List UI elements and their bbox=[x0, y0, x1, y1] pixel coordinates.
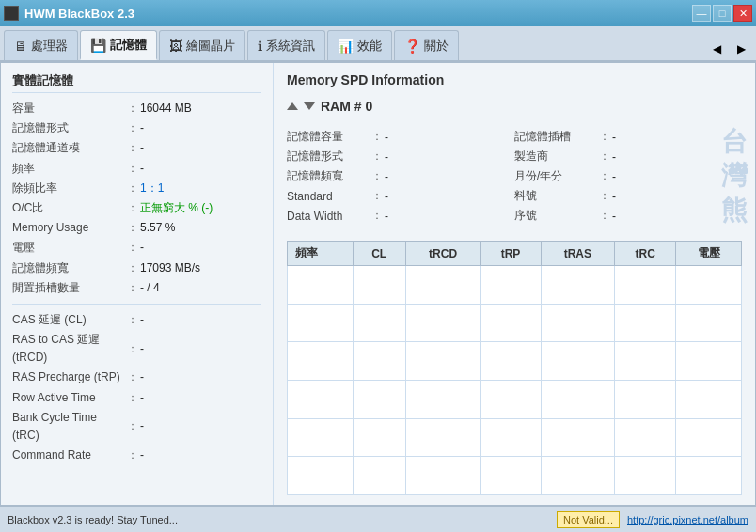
physical-memory-row: Memory Usage ： 5.57 % bbox=[12, 218, 261, 238]
title-bar-left: HWM BlackBox 2.3 bbox=[4, 6, 134, 21]
spd-title: Memory SPD Information bbox=[287, 72, 742, 87]
table-cell bbox=[676, 457, 742, 495]
spd-label: 月份/年分 bbox=[514, 168, 599, 184]
timing-sep: ： bbox=[125, 340, 140, 358]
spd-info-row: Data Width ： - bbox=[287, 206, 514, 226]
spd-info-row: 月份/年分 ： - bbox=[514, 166, 742, 186]
spd-value: - bbox=[385, 210, 388, 223]
spd-info-row: Standard ： - bbox=[287, 186, 514, 206]
timing-sep: ： bbox=[125, 368, 140, 386]
extra-icon-2[interactable]: ▶ bbox=[730, 38, 752, 60]
table-cell bbox=[615, 418, 676, 457]
tab-icon-system: ℹ bbox=[258, 39, 262, 54]
table-cell bbox=[353, 418, 405, 457]
col-header-頻率: 頻率 bbox=[288, 242, 354, 266]
table-row bbox=[288, 380, 742, 418]
info-label: 記憶體形式 bbox=[12, 119, 125, 137]
timing-row: CAS 延遲 (CL) ： - bbox=[12, 310, 261, 330]
physical-memory-row: O/C比 ： 正無窮大 % (-) bbox=[12, 198, 261, 218]
table-cell bbox=[288, 342, 354, 381]
table-cell bbox=[353, 304, 405, 342]
table-cell bbox=[541, 266, 615, 305]
table-cell bbox=[541, 457, 615, 495]
extra-icon-1[interactable]: ◀ bbox=[705, 38, 728, 60]
info-label: 記憶體通道模 bbox=[12, 139, 125, 157]
spd-value: - bbox=[612, 170, 616, 183]
table-row bbox=[288, 266, 742, 305]
table-cell bbox=[541, 342, 615, 381]
tab-about[interactable]: ❓關於 bbox=[394, 30, 459, 60]
tab-label-memory: 記憶體 bbox=[110, 37, 147, 54]
timing-label: RAS to CAS 延遲 (tRCD) bbox=[12, 331, 125, 367]
divider-1 bbox=[12, 304, 261, 305]
table-cell bbox=[676, 342, 742, 381]
spd-label: 序號 bbox=[514, 208, 599, 224]
table-row bbox=[288, 342, 742, 381]
timing-label: Row Active Time bbox=[12, 389, 125, 407]
window-controls: — □ ✕ bbox=[692, 5, 752, 22]
physical-memory-row: 頻率 ： - bbox=[12, 159, 261, 179]
spd-value: - bbox=[612, 210, 616, 223]
ram-arrow-up[interactable] bbox=[287, 102, 298, 110]
info-label: 頻率 bbox=[12, 160, 125, 178]
main-content: 台 灣 熊 實體記憶體 容量 ： 16044 MB 記憶體形式 ： - 記憶體通… bbox=[0, 62, 756, 506]
table-cell bbox=[480, 304, 541, 342]
minimize-button[interactable]: — bbox=[692, 5, 711, 22]
left-panel: 實體記憶體 容量 ： 16044 MB 記憶體形式 ： - 記憶體通道模 ： -… bbox=[1, 63, 274, 505]
timing-label: Bank Cycle Time (tRC) bbox=[12, 409, 125, 445]
spd-sep: ： bbox=[599, 188, 612, 204]
physical-memory-row: 記憶體形式 ： - bbox=[12, 118, 261, 138]
spd-info-row: 料號 ： - bbox=[514, 186, 742, 206]
timing-value: - bbox=[140, 389, 144, 407]
spd-sep: ： bbox=[371, 168, 385, 184]
table-cell bbox=[288, 418, 354, 457]
maximize-button[interactable]: □ bbox=[713, 5, 732, 22]
tab-gpu[interactable]: 🖼繪圖晶片 bbox=[159, 30, 245, 60]
tab-cpu[interactable]: 🖥處理器 bbox=[4, 30, 78, 60]
info-sep: ： bbox=[125, 199, 140, 217]
physical-memory-row: 電壓 ： - bbox=[12, 238, 261, 258]
timing-info: CAS 延遲 (CL) ： - RAS to CAS 延遲 (tRCD) ： -… bbox=[12, 310, 261, 466]
timing-sep: ： bbox=[125, 311, 140, 329]
tab-icon-cpu: 🖥 bbox=[14, 39, 27, 54]
info-sep: ： bbox=[125, 239, 140, 257]
table-row bbox=[288, 457, 742, 495]
timing-row: Bank Cycle Time (tRC) ： - bbox=[12, 408, 261, 446]
spd-info-row: 記憶體容量 ： - bbox=[287, 127, 514, 147]
table-row bbox=[288, 418, 742, 457]
spd-label: 製造商 bbox=[514, 149, 599, 164]
tab-label-about: 關於 bbox=[424, 38, 449, 55]
tab-memory[interactable]: 💾記憶體 bbox=[80, 30, 157, 60]
spd-label: Data Width bbox=[287, 210, 371, 223]
close-button[interactable]: ✕ bbox=[733, 5, 752, 22]
ram-arrow-down[interactable] bbox=[304, 102, 315, 110]
spd-info-row: 製造商 ： - bbox=[514, 147, 742, 166]
timing-label: RAS Precharge (tRP) bbox=[12, 368, 125, 386]
table-cell bbox=[480, 457, 541, 495]
info-label: 記憶體頻寬 bbox=[12, 259, 125, 277]
table-cell bbox=[480, 418, 541, 457]
tab-icon-gpu: 🖼 bbox=[169, 39, 182, 54]
info-sep: ： bbox=[125, 100, 140, 117]
table-cell bbox=[353, 342, 405, 381]
tab-system[interactable]: ℹ系統資訊 bbox=[247, 30, 325, 60]
physical-memory-row: 閒置插槽數量 ： - / 4 bbox=[12, 278, 261, 298]
tab-perf[interactable]: 📊效能 bbox=[327, 30, 392, 60]
timing-sep: ： bbox=[125, 446, 140, 464]
tab-label-system: 系統資訊 bbox=[266, 38, 315, 55]
table-cell bbox=[288, 457, 354, 495]
info-sep: ： bbox=[125, 160, 140, 178]
spd-sep: ： bbox=[599, 168, 612, 184]
info-sep: ： bbox=[125, 279, 140, 297]
physical-memory-row: 記憶體通道模 ： - bbox=[12, 138, 261, 158]
info-label: Memory Usage bbox=[12, 219, 125, 237]
table-cell bbox=[676, 266, 742, 305]
table-cell bbox=[676, 380, 742, 418]
physical-memory-row: 記憶體頻寬 ： 17093 MB/s bbox=[12, 258, 261, 278]
timing-label: CAS 延遲 (CL) bbox=[12, 311, 125, 329]
col-header-CL: CL bbox=[353, 242, 405, 266]
physical-memory-row: 容量 ： 16044 MB bbox=[12, 99, 261, 118]
status-link[interactable]: http://gric.pixnet.net/album bbox=[627, 514, 748, 525]
ram-selector: RAM # 0 bbox=[287, 99, 742, 114]
tab-icon-perf: 📊 bbox=[338, 39, 354, 54]
